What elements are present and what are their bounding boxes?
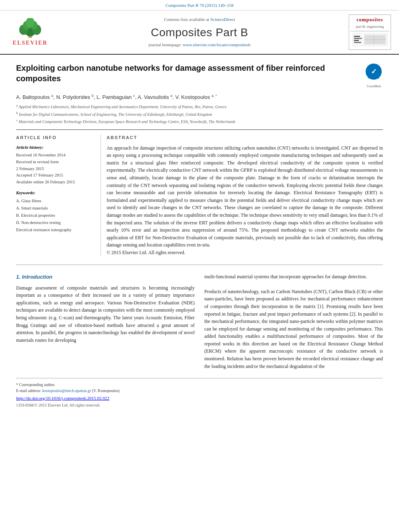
- doi-line: http://dx.doi.org/10.1016/j.compositesb.…: [16, 395, 383, 401]
- elsevier-logo-area: ELSEVIER: [8, 18, 52, 47]
- revised-date: 2 February 2015: [16, 166, 93, 173]
- doi-link[interactable]: http://dx.doi.org/10.1016/j.compositesb.…: [16, 396, 109, 401]
- affil-a3: a, *: [212, 94, 217, 98]
- abstract-text: An approach for damage inspection of com…: [107, 144, 383, 249]
- header-divider: [16, 129, 383, 130]
- composites-logo-graphic: [352, 33, 388, 47]
- kw-4: D. Non-destructive testing: [16, 219, 93, 226]
- corresponding-author-note: * Corresponding author.: [16, 382, 383, 388]
- intro-col2-para2: Products of nanotechnology, such as Carb…: [204, 288, 383, 370]
- contents-prefix: Contents lists available at: [164, 17, 209, 22]
- body-col-left: 1. Introduction Damage assessment of com…: [16, 273, 195, 370]
- affil-a: a: [51, 94, 53, 98]
- available-date: Available online 26 February 2015: [16, 179, 93, 186]
- kw-5: Electrical resistance tomography: [16, 226, 93, 234]
- intro-col1-text: Damage assessment of composite materials…: [16, 284, 195, 344]
- keywords-section: Keywords: A. Glass fibres A. Smart mater…: [16, 190, 93, 234]
- affil-1: a Applied Mechanics Laboratory, Mechanic…: [16, 103, 383, 110]
- svg-rect-9: [354, 38, 362, 39]
- kw-3: B. Electrical properties: [16, 212, 93, 219]
- history-heading: Article history:: [16, 144, 93, 150]
- elsevier-tree-icon: [14, 18, 46, 38]
- composites-logo-title: composites: [351, 16, 389, 23]
- composites-logo-subtitle: part B: engineering: [351, 24, 389, 29]
- body-col-right: multi-functional material systems that i…: [204, 273, 383, 370]
- keywords-list: A. Glass fibres A. Smart materials B. El…: [16, 197, 93, 233]
- article-title: Exploiting carbon nanotube networks for …: [16, 63, 365, 84]
- affil-b: b: [92, 94, 94, 98]
- email-suffix: (V. Kostopoulos).: [92, 388, 121, 393]
- article-info-col: ARTICLE INFO Article history: Received 1…: [16, 135, 93, 256]
- received-date: Received 16 November 2014: [16, 152, 93, 159]
- email-note: E-mail address: kostopoulos@mech.upatras…: [16, 388, 383, 394]
- sciencedirect-link[interactable]: ScienceDirect: [210, 17, 235, 22]
- journal-logo-right: composites part B: engineering: [347, 14, 391, 50]
- issn-line: 1359-8368/© 2015 Elsevier Ltd. All right…: [16, 403, 383, 408]
- body-content: 1. Introduction Damage assessment of com…: [16, 273, 383, 370]
- accepted-date: Accepted 17 February 2015: [16, 172, 93, 179]
- kw-2: A. Smart materials: [16, 205, 93, 212]
- svg-text:CrossMark: CrossMark: [368, 77, 380, 79]
- journal-homepage-link[interactable]: www.elsevier.com/locate/compositesb: [183, 42, 251, 47]
- corresponding-label: * Corresponding author.: [16, 382, 55, 387]
- homepage-line: journal homepage: www.elsevier.com/locat…: [52, 42, 347, 48]
- affil-a2: a: [171, 94, 173, 98]
- received-revised-label: Received in revised form: [16, 159, 93, 166]
- article-title-section: Exploiting carbon nanotube networks for …: [16, 63, 383, 88]
- kw-1: A. Glass fibres: [16, 197, 93, 205]
- keywords-heading: Keywords:: [16, 190, 93, 196]
- crossmark-badge: ✓ CrossMark CrossMark: [365, 63, 383, 88]
- intro-col2-text: multi-functional material systems that i…: [204, 273, 383, 281]
- journal-header: ELSEVIER Contents lists available at Sci…: [0, 10, 399, 55]
- article-history: Article history: Received 16 November 20…: [16, 144, 93, 186]
- affil-c: c: [133, 94, 135, 98]
- journal-name: Composites Part B: [52, 25, 347, 40]
- email-link[interactable]: kostopoulos@mech.upatras.gr: [42, 388, 91, 393]
- svg-rect-10: [354, 40, 359, 41]
- article-info-heading: ARTICLE INFO: [16, 135, 93, 141]
- footer-area: * Corresponding author. E-mail address: …: [16, 378, 383, 408]
- affil-2: b Institute for Digital Communications, …: [16, 111, 383, 117]
- svg-rect-11: [354, 42, 361, 43]
- journal-reference-bar: Composites Part B 76 (2015) 149–158: [0, 0, 399, 10]
- main-content: Exploiting carbon nanotube networks for …: [0, 55, 399, 416]
- authors-line: A. Baltopoulos a, N. Polydorides b, L. P…: [16, 93, 383, 101]
- elsevier-brand-text: ELSEVIER: [13, 39, 48, 47]
- article-info-abstract: ARTICLE INFO Article history: Received 1…: [16, 135, 383, 256]
- abstract-col: ABSTRACT An approach for damage inspecti…: [101, 135, 383, 256]
- svg-rect-8: [354, 36, 360, 37]
- journal-title-center: Contents lists available at ScienceDirec…: [52, 16, 347, 48]
- contents-line: Contents lists available at ScienceDirec…: [52, 16, 347, 23]
- svg-text:✓: ✓: [371, 68, 377, 76]
- affil-3: c Materials and Components Technology Di…: [16, 118, 383, 125]
- crossmark-label: CrossMark: [365, 84, 383, 88]
- body-divider: [16, 265, 383, 265]
- journal-reference: Composites Part B 76 (2015) 149–158: [165, 3, 234, 8]
- affiliations: a Applied Mechanics Laboratory, Mechanic…: [16, 103, 383, 125]
- email-label: E-mail address:: [16, 388, 41, 393]
- abstract-copyright: © 2015 Elsevier Ltd. All rights reserved…: [107, 249, 383, 257]
- intro-heading: 1. Introduction: [16, 273, 195, 281]
- homepage-prefix: journal homepage:: [148, 42, 181, 47]
- abstract-heading: ABSTRACT: [107, 135, 383, 141]
- svg-rect-13: [365, 35, 385, 44]
- composites-logo-box: composites part B: engineering: [349, 14, 391, 50]
- crossmark-icon: ✓ CrossMark: [365, 63, 383, 81]
